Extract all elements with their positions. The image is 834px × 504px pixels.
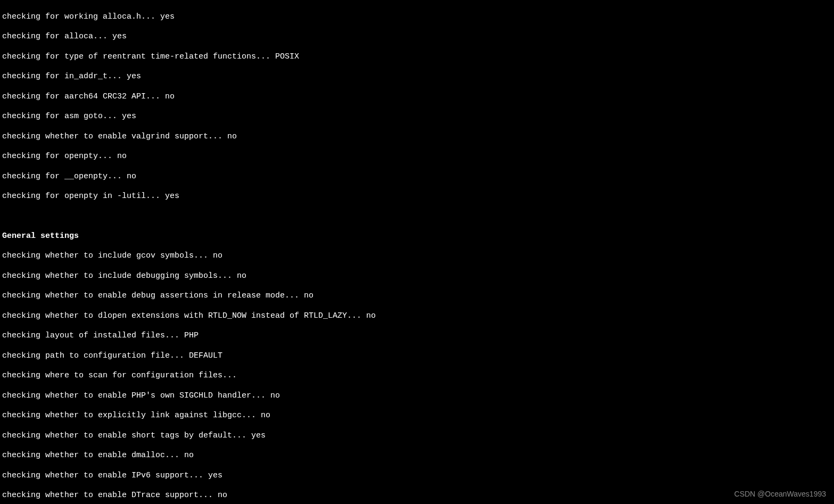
output-line: checking whether to enable dmalloc... no <box>2 451 832 461</box>
output-line: checking where to scan for configuration… <box>2 371 832 381</box>
terminal-output[interactable]: checking for working alloca.h... yes che… <box>2 2 832 504</box>
output-line: checking for working alloca.h... yes <box>2 12 832 22</box>
output-line: checking whether to include debugging sy… <box>2 271 832 282</box>
output-line: checking for __openpty... no <box>2 172 832 182</box>
output-line: checking whether to enable debug asserti… <box>2 291 832 301</box>
output-line: checking whether to enable valgrind supp… <box>2 132 832 142</box>
output-line: checking for alloca... yes <box>2 32 832 42</box>
output-line: checking whether to include gcov symbols… <box>2 251 832 261</box>
output-line: checking path to configuration file... D… <box>2 351 832 361</box>
watermark-text: CSDN @OceanWaves1993 <box>734 490 826 499</box>
output-line: checking whether to dlopen extensions wi… <box>2 311 832 321</box>
output-line: checking whether to enable PHP's own SIG… <box>2 391 832 401</box>
output-line: checking whether to enable IPv6 support.… <box>2 471 832 481</box>
section-heading: General settings <box>2 232 832 242</box>
output-line: checking for type of reentrant time-rela… <box>2 52 832 62</box>
output-line: checking whether to enable short tags by… <box>2 431 832 441</box>
output-line: checking for asm goto... yes <box>2 112 832 122</box>
output-line: checking for openpty in -lutil... yes <box>2 192 832 202</box>
output-line: checking whether to enable DTrace suppor… <box>2 491 832 501</box>
output-line: checking for in_addr_t... yes <box>2 72 832 82</box>
output-line: checking layout of installed files... PH… <box>2 331 832 341</box>
output-line: checking for aarch64 CRC32 API... no <box>2 92 832 102</box>
output-line: checking for openpty... no <box>2 152 832 162</box>
output-line: checking whether to explicitly link agai… <box>2 411 832 421</box>
